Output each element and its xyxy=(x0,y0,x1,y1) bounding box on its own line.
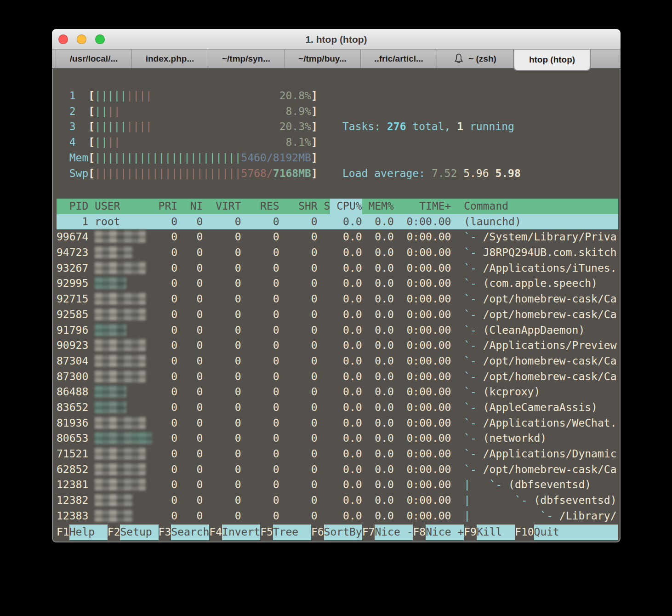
cell-res: 0 xyxy=(241,323,279,338)
tab-label: ~ (zsh) xyxy=(468,54,496,64)
meter-value-part: 5460/8192MB xyxy=(241,152,311,164)
process-row-86488[interactable]: 86488000000.00.00:00.00`- (kcproxy) xyxy=(57,384,618,400)
cell-shr: 0 xyxy=(279,493,318,508)
tab-tmp-syn[interactable]: ~/tmp/syn... xyxy=(208,50,285,68)
cell-user xyxy=(88,307,158,323)
cell-mem: 0.0 xyxy=(362,245,394,261)
process-row-99674[interactable]: 99674000000.00.00:00.00`- /System/Librar… xyxy=(57,229,618,245)
cell-shr: 0 xyxy=(279,462,318,478)
cell-ni: 0 xyxy=(177,416,203,431)
fkey-action-kill[interactable]: Kill xyxy=(477,525,515,540)
cell-virt: 0 xyxy=(203,493,241,508)
redacted-username xyxy=(95,354,146,367)
process-row-12381[interactable]: 12381000000.00.00:00.00| `- (dbfseventsd… xyxy=(57,477,618,493)
meter-label: 3 xyxy=(69,119,89,135)
fkey-action-quit[interactable]: Quit xyxy=(534,525,618,540)
tab-index-php[interactable]: index.php... xyxy=(132,50,208,68)
window-title: 1. htop (htop) xyxy=(52,29,621,50)
process-row-83652[interactable]: 83652000000.00.00:00.00`- (AppleCameraAs… xyxy=(57,400,618,416)
column-header-time[interactable]: TIME+ xyxy=(394,199,451,214)
column-header-pid[interactable]: PID xyxy=(57,199,88,214)
tab-zsh[interactable]: ~ (zsh) xyxy=(437,50,513,68)
redacted-username xyxy=(95,292,146,305)
cell-user xyxy=(88,291,158,307)
cell-mem: 0.0 xyxy=(362,291,394,307)
cell-virt: 0 xyxy=(203,369,241,385)
redacted-username xyxy=(95,339,146,351)
cell-res: 0 xyxy=(241,431,279,446)
fkey-action-nice[interactable]: Nice + xyxy=(426,525,464,540)
process-row-12383[interactable]: 12383000000.00.00:00.00| `- /Library/ xyxy=(57,508,618,524)
cell-shr: 0 xyxy=(279,416,318,431)
process-row-93267[interactable]: 93267000000.00.00:00.00`- /Applications/… xyxy=(57,261,618,276)
titlebar[interactable]: 1. htop (htop) xyxy=(52,29,621,50)
process-row-90923[interactable]: 90923000000.00.00:00.00`- /Applications/… xyxy=(57,338,618,354)
cell-user xyxy=(88,462,158,478)
column-header-res[interactable]: RES xyxy=(241,199,279,214)
command-text: (dbfseventsd) xyxy=(534,494,616,506)
tab-tmp-buy[interactable]: ~/tmp/buy... xyxy=(285,50,361,68)
cell-ni: 0 xyxy=(177,338,203,354)
fkey-f10: F10 xyxy=(515,525,534,540)
fkey-action-invert[interactable]: Invert xyxy=(222,525,260,540)
process-row-94723[interactable]: 94723000000.00.00:00.00`- J8RPQ294UB.com… xyxy=(57,245,618,261)
tasks-total: 276 xyxy=(387,120,406,132)
process-row-91796[interactable]: 91796000000.00.00:00.00`- (CleanAppDaemo… xyxy=(57,323,618,338)
process-row-92715[interactable]: 92715000000.00.00:00.00`- /opt/homebrew-… xyxy=(57,291,618,307)
cell-cpu: 0.0 xyxy=(330,416,362,431)
column-header-mem[interactable]: MEM% xyxy=(362,199,394,214)
process-row-62852[interactable]: 62852000000.00.00:00.00`- /opt/homebrew-… xyxy=(57,462,618,478)
column-header-ni[interactable]: NI xyxy=(177,199,203,214)
tab-fric-articl[interactable]: ..fric/articl... xyxy=(361,50,437,68)
cell-time: 0:00.00 xyxy=(394,261,451,276)
column-header-command[interactable]: Command xyxy=(451,199,618,214)
process-table: PIDUSERPRINIVIRTRESSHRSCPU%MEM%TIME+Comm… xyxy=(57,199,618,524)
cell-virt: 0 xyxy=(203,245,241,261)
process-row-12382[interactable]: 12382000000.00.00:00.00| `- (dbfseventsd… xyxy=(57,493,618,508)
process-row-81936[interactable]: 81936000000.00.00:00.00`- /Applications/… xyxy=(57,416,618,431)
fkey-action-help[interactable]: Help xyxy=(69,525,108,540)
column-header-s[interactable]: S xyxy=(318,199,330,214)
process-row-87304[interactable]: 87304000000.00.00:00.00`- /opt/homebrew-… xyxy=(57,354,618,369)
process-row-87300[interactable]: 87300000000.00.00:00.00`- /opt/homebrew-… xyxy=(57,369,618,385)
process-row-71521[interactable]: 71521000000.00.00:00.00`- /Applications/… xyxy=(57,446,618,462)
column-header-virt[interactable]: VIRT xyxy=(203,199,241,214)
cell-pid: 12383 xyxy=(57,508,88,524)
fkey-action-nice[interactable]: Nice - xyxy=(375,525,413,540)
column-header-shr[interactable]: SHR xyxy=(279,199,318,214)
column-header-cpu[interactable]: CPU% xyxy=(330,199,362,214)
tab-usr-local[interactable]: /usr/local/... xyxy=(56,50,132,68)
column-header-user[interactable]: USER xyxy=(88,199,158,214)
meter-value-part: 20.3% xyxy=(279,120,311,132)
cell-user xyxy=(88,431,158,446)
column-header-pri[interactable]: PRI xyxy=(159,199,178,214)
tasks-running-suffix: running xyxy=(463,120,514,132)
fkey-action-setup[interactable]: Setup xyxy=(120,525,158,540)
cell-cpu: 0.0 xyxy=(330,493,362,508)
tab-htop-htop[interactable]: htop (htop) xyxy=(513,50,591,71)
meter-value-part: 5768/ xyxy=(241,167,273,179)
cell-time: 0:00.00 xyxy=(394,493,451,508)
meter-body: |||||||||||||||||||||||5460/8192MB xyxy=(95,150,311,166)
meter-mem: Mem[|||||||||||||||||||||||5460/8192MB] xyxy=(57,150,318,166)
fkey-action-sortby[interactable]: SortBy xyxy=(324,525,362,540)
cell-pri: 0 xyxy=(159,291,178,307)
meter-bars-red: || xyxy=(108,105,120,117)
tree-branch: `- xyxy=(464,308,483,320)
redacted-username xyxy=(95,308,146,320)
cell-shr: 0 xyxy=(279,214,318,230)
process-row-92585[interactable]: 92585000000.00.00:00.00`- /opt/homebrew-… xyxy=(57,307,618,323)
terminal-content: 1[|||||||||20.8%]2[||||8.9%]3[|||||||||2… xyxy=(52,69,621,542)
fkey-action-search[interactable]: Search xyxy=(171,525,209,540)
tab-bar: /usr/local/...index.php...~/tmp/syn...~/… xyxy=(52,50,621,69)
cell-ni: 0 xyxy=(177,276,203,291)
process-row-80653[interactable]: 80653000000.00.00:00.00`- (networkd) xyxy=(57,431,618,446)
meter-value: 5460/8192MB xyxy=(241,150,311,166)
process-row-92995[interactable]: 92995000000.00.00:00.00`- (com.apple.spe… xyxy=(57,276,618,291)
fkey-action-tree[interactable]: Tree xyxy=(273,525,311,540)
process-row-1[interactable]: 1root000000.00.00:00.00(launchd) xyxy=(57,214,618,230)
meter-label: Swp xyxy=(69,166,89,182)
redacted-username xyxy=(95,478,146,491)
meter-bars: ||||||||| xyxy=(95,119,152,135)
cell-pri: 0 xyxy=(159,276,178,291)
